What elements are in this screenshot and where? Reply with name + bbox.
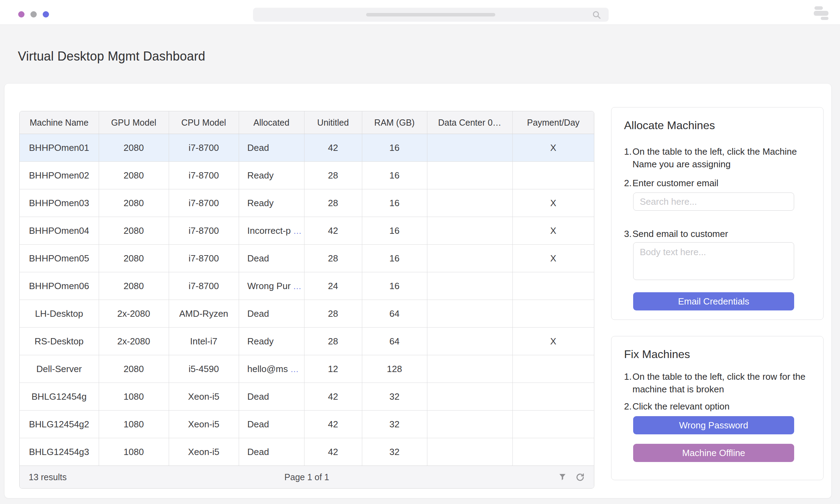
cell-unititled[interactable]: 28 bbox=[304, 245, 362, 272]
table-row[interactable]: Dell-Server2080i5-4590hello@ms…12128 bbox=[20, 355, 594, 383]
cell-unititled[interactable]: 24 bbox=[304, 272, 362, 300]
cell-data_center[interactable] bbox=[427, 300, 512, 328]
cell-unititled[interactable]: 42 bbox=[304, 438, 362, 466]
cell-gpu[interactable]: 2080 bbox=[99, 134, 169, 162]
cell-data_center[interactable] bbox=[427, 189, 512, 217]
cell-machine[interactable]: BHHPOmen02 bbox=[20, 162, 99, 189]
cell-unititled[interactable]: 42 bbox=[304, 411, 362, 438]
cell-gpu[interactable]: 2080 bbox=[99, 272, 169, 300]
cell-data_center[interactable] bbox=[427, 328, 512, 355]
cell-payment[interactable]: X bbox=[512, 189, 594, 217]
cell-cpu[interactable]: Xeon-i5 bbox=[169, 411, 239, 438]
column-header[interactable]: CPU Model bbox=[169, 111, 239, 134]
cell-gpu[interactable]: 2x-2080 bbox=[99, 300, 169, 328]
cell-unititled[interactable]: 12 bbox=[304, 355, 362, 383]
cell-machine[interactable]: BHLG12454g2 bbox=[20, 411, 99, 438]
cell-unititled[interactable]: 42 bbox=[304, 134, 362, 162]
table-row[interactable]: BHHPOmen062080i7-8700Wrong Pur…2416 bbox=[20, 272, 594, 300]
cell-data_center[interactable] bbox=[427, 438, 512, 466]
cell-gpu[interactable]: 1080 bbox=[99, 411, 169, 438]
column-header[interactable]: RAM (GB) bbox=[362, 111, 427, 134]
cell-data_center[interactable] bbox=[427, 272, 512, 300]
refresh-icon[interactable] bbox=[575, 472, 585, 482]
table-row[interactable]: LH-Desktop2x-2080AMD-RyzenDead2864 bbox=[20, 300, 594, 328]
cell-cpu[interactable]: i7-8700 bbox=[169, 162, 239, 189]
cell-machine[interactable]: Dell-Server bbox=[20, 355, 99, 383]
table-row[interactable]: BHHPOmen042080i7-8700Incorrect-p…4216X bbox=[20, 217, 594, 245]
cell-cpu[interactable]: i7-8700 bbox=[169, 189, 239, 217]
column-header[interactable]: GPU Model bbox=[99, 111, 169, 134]
cell-machine[interactable]: RS-Desktop bbox=[20, 328, 99, 355]
table-row[interactable]: BHLG12454g31080Xeon-i5Dead4232 bbox=[20, 438, 594, 466]
cell-payment[interactable] bbox=[512, 438, 594, 466]
cell-payment[interactable]: X bbox=[512, 328, 594, 355]
cell-allocated[interactable]: Incorrect-p… bbox=[239, 217, 304, 245]
cell-cpu[interactable]: Xeon-i5 bbox=[169, 438, 239, 466]
cell-machine[interactable]: BHLG12454g3 bbox=[20, 438, 99, 466]
cell-data_center[interactable] bbox=[427, 411, 512, 438]
table-row[interactable]: BHHPOmen052080i7-8700Dead2816X bbox=[20, 245, 594, 272]
table-row[interactable]: BHHPOmen022080i7-8700Ready2816 bbox=[20, 162, 594, 189]
table-row[interactable]: BHLG12454g1080Xeon-i5Dead4232 bbox=[20, 383, 594, 411]
cell-cpu[interactable]: i7-8700 bbox=[169, 272, 239, 300]
cell-unititled[interactable]: 28 bbox=[304, 189, 362, 217]
cell-allocated[interactable]: Dead bbox=[239, 383, 304, 411]
cell-machine[interactable]: BHLG12454g bbox=[20, 383, 99, 411]
cell-payment[interactable] bbox=[512, 411, 594, 438]
cell-cpu[interactable]: Xeon-i5 bbox=[169, 383, 239, 411]
machine-offline-button[interactable]: Machine Offline bbox=[633, 444, 794, 462]
cell-ram[interactable]: 16 bbox=[362, 272, 427, 300]
cell-machine[interactable]: BHHPOmen01 bbox=[20, 134, 99, 162]
column-header[interactable]: Data Center 0… bbox=[427, 111, 512, 134]
cell-cpu[interactable]: i5-4590 bbox=[169, 355, 239, 383]
cell-payment[interactable] bbox=[512, 355, 594, 383]
cell-gpu[interactable]: 1080 bbox=[99, 438, 169, 466]
cell-payment[interactable]: X bbox=[512, 245, 594, 272]
column-header[interactable]: Machine Name bbox=[20, 111, 99, 134]
cell-unititled[interactable]: 28 bbox=[304, 300, 362, 328]
cell-cpu[interactable]: i7-8700 bbox=[169, 134, 239, 162]
cell-ram[interactable]: 16 bbox=[362, 189, 427, 217]
cell-unititled[interactable]: 28 bbox=[304, 162, 362, 189]
cell-payment[interactable] bbox=[512, 383, 594, 411]
cell-payment[interactable] bbox=[512, 272, 594, 300]
cell-unititled[interactable]: 28 bbox=[304, 328, 362, 355]
column-header[interactable]: Unititled bbox=[304, 111, 362, 134]
email-credentials-button[interactable]: Email Credentials bbox=[633, 292, 794, 310]
window-dot-minimize[interactable] bbox=[30, 11, 37, 18]
cell-gpu[interactable]: 2x-2080 bbox=[99, 328, 169, 355]
cell-ram[interactable]: 32 bbox=[362, 438, 427, 466]
cell-cpu[interactable]: AMD-Ryzen bbox=[169, 300, 239, 328]
table-row[interactable]: BHHPOmen012080i7-8700Dead4216X bbox=[20, 134, 594, 162]
table-row[interactable]: RS-Desktop2x-2080Intel-i7Ready2864X bbox=[20, 328, 594, 355]
cell-allocated[interactable]: Dead bbox=[239, 438, 304, 466]
cell-allocated[interactable]: Dead bbox=[239, 134, 304, 162]
cell-gpu[interactable]: 2080 bbox=[99, 189, 169, 217]
cell-machine[interactable]: BHHPOmen04 bbox=[20, 217, 99, 245]
cell-payment[interactable]: X bbox=[512, 217, 594, 245]
cell-allocated[interactable]: Ready bbox=[239, 328, 304, 355]
cell-cpu[interactable]: i7-8700 bbox=[169, 245, 239, 272]
cell-cpu[interactable]: Intel-i7 bbox=[169, 328, 239, 355]
table-row[interactable]: BHLG12454g21080Xeon-i5Dead4232 bbox=[20, 411, 594, 438]
window-menu-icon[interactable] bbox=[814, 6, 830, 20]
browser-search-bar[interactable] bbox=[253, 8, 609, 22]
window-dot-close[interactable] bbox=[18, 11, 24, 18]
cell-machine[interactable]: BHHPOmen06 bbox=[20, 272, 99, 300]
cell-payment[interactable] bbox=[512, 162, 594, 189]
email-body-textarea[interactable] bbox=[633, 242, 794, 280]
cell-cpu[interactable]: i7-8700 bbox=[169, 217, 239, 245]
filter-icon[interactable] bbox=[558, 472, 567, 482]
cell-ram[interactable]: 16 bbox=[362, 134, 427, 162]
cell-allocated[interactable]: Dead bbox=[239, 300, 304, 328]
cell-allocated[interactable]: Dead bbox=[239, 245, 304, 272]
cell-allocated[interactable]: Ready bbox=[239, 189, 304, 217]
cell-allocated[interactable]: Wrong Pur… bbox=[239, 272, 304, 300]
cell-ram[interactable]: 128 bbox=[362, 355, 427, 383]
cell-ram[interactable]: 64 bbox=[362, 300, 427, 328]
cell-payment[interactable] bbox=[512, 300, 594, 328]
cell-gpu[interactable]: 2080 bbox=[99, 245, 169, 272]
search-icon[interactable] bbox=[592, 10, 602, 21]
cell-ram[interactable]: 16 bbox=[362, 217, 427, 245]
cell-ram[interactable]: 16 bbox=[362, 245, 427, 272]
